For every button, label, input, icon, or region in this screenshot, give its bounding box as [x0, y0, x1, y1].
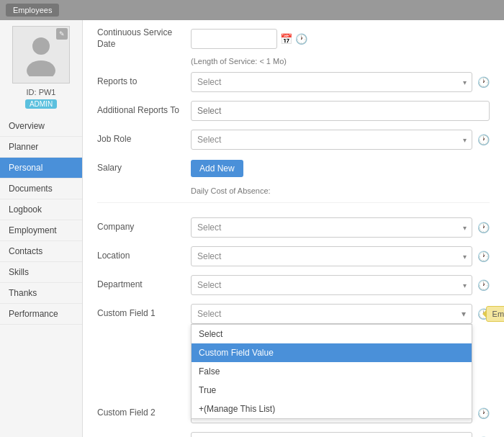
avatar-edit-icon[interactable]: ✎: [56, 28, 68, 40]
custom-field1-dropdown[interactable]: Select ▾ Select Custom Field Value False…: [191, 304, 472, 324]
additional-reports-label: Additional Reports To: [97, 105, 191, 117]
calendar-icon[interactable]: 📅: [280, 33, 292, 45]
date-icons: 📅 🕐: [280, 33, 307, 45]
sidebar-item-contacts[interactable]: Contacts: [0, 241, 82, 262]
salary-row: Salary Add New: [97, 158, 490, 179]
job-role-clock-icon[interactable]: 🕐: [477, 133, 490, 146]
location-row: Location Select 🕐: [97, 245, 490, 267]
department-label: Department: [97, 279, 191, 291]
sidebar-item-documents[interactable]: Documents: [0, 179, 82, 199]
sidebar-item-thanks[interactable]: Thanks: [0, 283, 82, 304]
department-row: Department Select 🕐: [97, 274, 490, 296]
company-row: Company Select 🕐: [97, 217, 490, 238]
reports-to-control: Select 🕐: [191, 72, 490, 92]
sidebar-item-logbook[interactable]: Logbook: [0, 199, 82, 220]
add-new-button[interactable]: Add New: [191, 160, 243, 177]
custom-field2-clock-icon[interactable]: 🕐: [477, 407, 490, 420]
salary-control: Add New: [191, 160, 490, 177]
location-clock-icon[interactable]: 🕐: [477, 250, 490, 263]
sidebar-item-personal[interactable]: Personal: [0, 158, 82, 179]
form-section: Continuous Service Date 📅 🕐 (Length of S…: [83, 20, 504, 437]
department-clock-icon[interactable]: 🕐: [477, 279, 490, 292]
svg-point-1: [27, 60, 55, 76]
additional-reports-control: [191, 101, 490, 121]
department-select-wrap: Select: [191, 275, 472, 295]
employee-id-select-wrap: Select: [191, 432, 472, 437]
avatar-person-icon: [23, 33, 59, 76]
sidebar-item-overview[interactable]: Overview: [0, 116, 82, 137]
reports-to-label: Reports to: [97, 76, 191, 88]
dropdown-option-false[interactable]: False: [192, 362, 472, 381]
job-role-row: Job Role Select 🕐: [97, 129, 490, 150]
user-id: ID: PW1: [27, 88, 56, 96]
reports-to-select-wrap: Select: [191, 72, 472, 92]
job-role-select[interactable]: Select: [191, 130, 472, 150]
reports-to-row: Reports to Select 🕐: [97, 71, 490, 93]
custom-field1-menu: Select Custom Field Value False True +(M…: [191, 324, 472, 419]
continuous-service-row: Continuous Service Date 📅 🕐: [97, 27, 490, 50]
continuous-service-controls: 📅 🕐: [191, 29, 490, 49]
department-select[interactable]: Select: [191, 275, 472, 295]
custom-field2-label: Custom Field 2: [97, 407, 191, 419]
company-select-wrap: Select: [191, 217, 472, 238]
additional-reports-row: Additional Reports To: [97, 100, 490, 122]
sidebar-item-planner[interactable]: Planner: [0, 137, 82, 158]
company-label: Company: [97, 222, 191, 233]
dropdown-option-custom-field-value[interactable]: Custom Field Value: [192, 343, 472, 362]
length-service-text: (Length of Service: < 1 Mo): [97, 57, 490, 66]
location-label: Location: [97, 251, 191, 262]
custom-field1-label: Custom Field 1: [97, 308, 191, 320]
sidebar-item-employment[interactable]: Employment: [0, 220, 82, 241]
dropdown-option-manage[interactable]: +(Manage This List): [192, 400, 472, 418]
company-control: Select 🕐: [191, 217, 490, 238]
role-badge: ADMIN: [25, 99, 57, 109]
sidebar-nav: OverviewPlannerPersonalDocumentsLogbookE…: [0, 116, 82, 325]
company-clock-icon[interactable]: 🕐: [477, 221, 490, 234]
breadcrumb-employees[interactable]: Employees: [6, 4, 59, 17]
custom-field1-row: Custom Field 1 Select ▾ Select Custom Fi…: [97, 303, 490, 325]
svg-point-0: [32, 37, 50, 55]
job-role-control: Select 🕐: [191, 130, 490, 150]
custom-field1-tooltip: Employee's custom field 1: [486, 306, 504, 322]
sidebar: ✎ ID: PW1 ADMIN OverviewPlannerPersonalD…: [0, 20, 83, 437]
job-role-label: Job Role: [97, 134, 191, 145]
company-select[interactable]: Select: [191, 217, 472, 238]
custom-field1-arrow-icon: ▾: [462, 309, 466, 319]
location-select[interactable]: Select: [191, 246, 472, 266]
clock-icon[interactable]: 🕐: [295, 33, 307, 45]
continuous-service-label: Continuous Service Date: [97, 27, 191, 50]
section-divider: [97, 202, 490, 211]
reports-to-select[interactable]: Select: [191, 72, 472, 92]
custom-field1-control: Select ▾ Select Custom Field Value False…: [191, 304, 490, 324]
custom-field1-trigger[interactable]: Select ▾: [191, 304, 472, 324]
department-control: Select 🕐: [191, 275, 490, 295]
continuous-service-input[interactable]: [191, 29, 277, 49]
dropdown-option-true[interactable]: True: [192, 381, 472, 400]
reports-to-clock-icon[interactable]: 🕐: [477, 76, 490, 89]
main-content: Continuous Service Date 📅 🕐 (Length of S…: [83, 20, 504, 437]
location-control: Select 🕐: [191, 246, 490, 266]
employee-id-control: Select 🕐: [191, 432, 490, 437]
dropdown-option-select[interactable]: Select: [192, 325, 472, 343]
sidebar-item-skills[interactable]: Skills: [0, 262, 82, 283]
location-select-wrap: Select: [191, 246, 472, 266]
sidebar-item-performance[interactable]: Performance: [0, 304, 82, 325]
custom-field1-value: Select: [197, 309, 221, 319]
avatar: ✎: [12, 26, 70, 84]
employee-id-select[interactable]: Select: [191, 432, 472, 437]
job-role-select-wrap: Select: [191, 130, 472, 150]
additional-reports-input[interactable]: [191, 101, 490, 121]
employee-id-row: Employee ID Select 🕐: [97, 431, 490, 437]
salary-label: Salary: [97, 163, 191, 174]
daily-cost-text: Daily Cost of Absence:: [97, 186, 490, 195]
